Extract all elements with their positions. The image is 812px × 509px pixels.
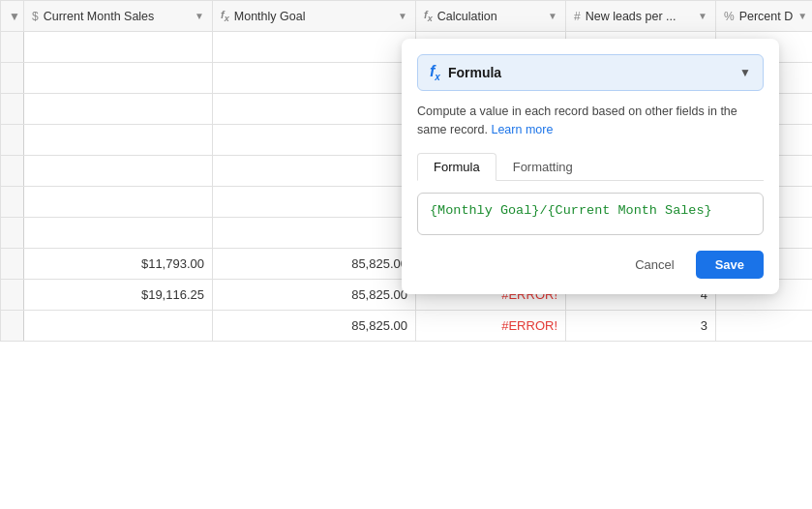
cell-monthly-goal[interactable] [213, 187, 416, 218]
formula-popup: fx Formula ▼ Compute a value in each rec… [402, 39, 779, 294]
formula-input[interactable]: {Monthly Goal}/{Current Month Sales} [417, 193, 764, 235]
cell-row-num [1, 187, 24, 218]
cell-row-num [1, 280, 24, 311]
cell-monthly-goal[interactable] [213, 218, 416, 249]
tab-formatting[interactable]: Formatting [496, 153, 589, 181]
col-new-leads-dropdown[interactable]: ▼ [698, 11, 707, 21]
popup-tabs: Formula Formatting [417, 153, 764, 181]
col-new-leads-label: New leads per ... [586, 10, 677, 23]
cell-row-num [1, 125, 24, 156]
cell-percent[interactable] [716, 311, 813, 342]
cell-current-month[interactable] [24, 311, 213, 342]
cancel-button[interactable]: Cancel [623, 251, 685, 279]
col-calculation-dropdown[interactable]: ▼ [548, 11, 557, 21]
col-monthly-goal-dropdown[interactable]: ▼ [398, 11, 407, 21]
fx-icon-calc: fx [424, 9, 433, 23]
col-percent-label: Percent D [739, 10, 794, 23]
formula-type-selector[interactable]: fx Formula ▼ [417, 54, 764, 91]
cell-monthly-goal[interactable]: 85,825.00 [213, 249, 416, 280]
formula-type-label-group: fx Formula [430, 63, 501, 82]
cell-calculation[interactable]: #ERROR! [416, 311, 566, 342]
formula-value: {Monthly Goal}/{Current Month Sales} [430, 203, 712, 218]
cell-current-month[interactable]: $11,793.00 [24, 249, 213, 280]
col-monthly-goal-label: Monthly Goal [234, 10, 306, 23]
cell-row-num [1, 218, 24, 249]
cell-current-month[interactable] [24, 218, 213, 249]
cell-row-num [1, 156, 24, 187]
formula-type-chevron[interactable]: ▼ [739, 66, 751, 79]
dollar-icon: $ [32, 10, 39, 23]
percent-icon: % [724, 10, 735, 23]
table-row: 85,825.00#ERROR!3 [1, 311, 813, 342]
cell-monthly-goal[interactable]: 85,825.00 [213, 280, 416, 311]
col-header-percent[interactable]: % Percent D ▼ [716, 1, 813, 32]
col-header-row-num: ▼ [1, 1, 24, 32]
formula-type-label: Formula [448, 65, 501, 80]
cell-row-num [1, 311, 24, 342]
cell-current-month[interactable] [24, 187, 213, 218]
col-header-monthly-goal[interactable]: fx Monthly Goal ▼ [213, 1, 416, 32]
col-calculation-label: Calculation [437, 10, 497, 23]
cell-monthly-goal[interactable] [213, 125, 416, 156]
cell-monthly-goal[interactable] [213, 94, 416, 125]
cell-monthly-goal[interactable] [213, 63, 416, 94]
spreadsheet: ▼ $ Current Month Sales ▼ fx Monthly Goa… [0, 0, 812, 509]
col-header-new-leads[interactable]: # New leads per ... ▼ [566, 1, 716, 32]
col-current-month-dropdown[interactable]: ▼ [195, 11, 204, 21]
cell-new-leads[interactable]: 3 [566, 311, 716, 342]
cell-row-num [1, 249, 24, 280]
col-header-calculation[interactable]: fx Calculation ▼ [416, 1, 566, 32]
cell-row-num [1, 94, 24, 125]
save-button[interactable]: Save [696, 251, 764, 279]
col-header-current-month-sales[interactable]: $ Current Month Sales ▼ [24, 1, 213, 32]
formula-fx-icon: fx [430, 63, 440, 82]
tab-formula[interactable]: Formula [417, 153, 496, 181]
cell-monthly-goal[interactable] [213, 32, 416, 63]
col-current-month-sales-label: Current Month Sales [44, 10, 155, 23]
hash-icon: # [574, 10, 581, 23]
cell-current-month[interactable] [24, 156, 213, 187]
cell-current-month[interactable]: $19,116.25 [24, 280, 213, 311]
cell-row-num [1, 63, 24, 94]
fx-icon-monthly: fx [221, 9, 229, 23]
cell-current-month[interactable] [24, 125, 213, 156]
popup-description: Compute a value in each record based on … [417, 103, 764, 139]
cell-monthly-goal[interactable] [213, 156, 416, 187]
cell-current-month[interactable] [24, 94, 213, 125]
row-num-icon: ▼ [9, 10, 20, 23]
learn-more-link[interactable]: Learn more [491, 123, 553, 136]
col-percent-dropdown[interactable]: ▼ [797, 11, 807, 21]
cell-current-month[interactable] [24, 63, 213, 94]
cell-monthly-goal[interactable]: 85,825.00 [213, 311, 416, 342]
popup-actions: Cancel Save [417, 251, 764, 279]
cell-row-num [1, 32, 24, 63]
cell-current-month[interactable] [24, 32, 213, 63]
